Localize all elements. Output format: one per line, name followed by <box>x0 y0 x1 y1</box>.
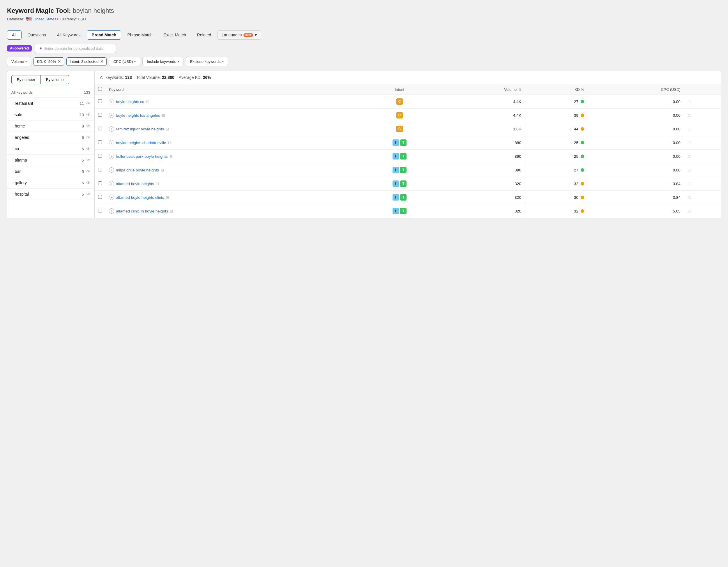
keyword-link[interactable]: hollenbeck park boyle heights <box>116 154 168 159</box>
external-link-icon[interactable]: ⊡ <box>688 168 691 172</box>
keyword-link[interactable]: boylan heights charlottesville <box>116 141 166 145</box>
tab-all[interactable]: All <box>7 30 22 40</box>
row-checkbox-cell[interactable] <box>95 163 105 177</box>
sidebar-item[interactable]: › angeles 6 👁 <box>7 132 94 143</box>
row-checkbox-cell[interactable] <box>95 109 105 122</box>
add-keyword-icon[interactable]: + <box>109 113 114 118</box>
keyword-link[interactable]: altamed clinic in boyle heights <box>116 209 168 213</box>
external-link-icon[interactable]: ⊡ <box>688 127 691 131</box>
intent-filter-chip[interactable]: Intent: 2 selected ✕ <box>66 57 107 66</box>
row-checkbox[interactable] <box>98 168 102 172</box>
eye-icon[interactable]: 👁 <box>86 135 90 140</box>
eye-icon[interactable]: 👁 <box>86 192 90 197</box>
tab-broad-match[interactable]: Broad Match <box>87 30 121 40</box>
intent-cell: IT <box>365 181 434 187</box>
add-keyword-icon[interactable]: + <box>109 99 114 104</box>
row-checkbox[interactable] <box>98 195 102 199</box>
add-keyword-icon[interactable]: + <box>109 209 114 214</box>
row-checkbox[interactable] <box>98 181 102 185</box>
row-checkbox-cell[interactable] <box>95 177 105 191</box>
add-keyword-icon[interactable]: + <box>109 167 114 173</box>
eye-icon[interactable]: 👁 <box>86 158 90 163</box>
cpc-cell: 5.65 <box>588 204 684 218</box>
keyword-link[interactable]: altamed boyle heights <box>116 182 154 186</box>
row-checkbox-cell[interactable] <box>95 150 105 163</box>
sidebar-toggle-volume[interactable]: By volume <box>41 75 69 84</box>
add-keyword-icon[interactable]: + <box>109 181 114 186</box>
keyword-link[interactable]: ramirez liquor boyle heights <box>116 127 164 131</box>
table-row: + ramirez liquor boyle heights ⊟ C 1.0K … <box>95 122 721 136</box>
external-link-icon[interactable]: ⊡ <box>688 209 691 213</box>
select-all-checkbox[interactable] <box>98 87 102 91</box>
add-keyword-icon[interactable]: + <box>109 140 114 145</box>
row-checkbox-cell[interactable] <box>95 122 105 136</box>
close-icon[interactable]: ✕ <box>100 59 103 64</box>
sidebar-item[interactable]: › bar 5 👁 <box>7 166 94 177</box>
add-keyword-icon[interactable]: + <box>109 154 114 159</box>
external-link-icon[interactable]: ⊡ <box>688 141 691 145</box>
tab-questions[interactable]: Questions <box>23 30 51 40</box>
tab-all-keywords[interactable]: All Keywords <box>52 30 86 40</box>
eye-icon[interactable]: 👁 <box>86 169 90 174</box>
sidebar-item-label: › altama <box>11 158 27 163</box>
row-checkbox-cell[interactable] <box>95 204 105 218</box>
tab-phrase-match[interactable]: Phrase Match <box>122 30 157 40</box>
eye-icon[interactable]: 👁 <box>86 112 90 117</box>
external-link-icon[interactable]: ⊡ <box>688 113 691 118</box>
eye-icon[interactable]: 👁 <box>86 124 90 128</box>
external-link-icon[interactable]: ⊡ <box>688 182 691 186</box>
add-keyword-icon[interactable]: + <box>109 126 114 132</box>
sidebar-item[interactable]: › home 8 👁 <box>7 121 94 132</box>
table-row: + hollenbeck park boyle heights ⊟ IT 390… <box>95 150 721 163</box>
row-checkbox[interactable] <box>98 127 102 130</box>
tab-related[interactable]: Related <box>192 30 216 40</box>
eye-icon[interactable]: 👁 <box>86 146 90 151</box>
row-checkbox[interactable] <box>98 99 102 103</box>
eye-icon[interactable]: 👁 <box>86 101 90 106</box>
ai-domain-input[interactable]: ✦ Enter domain for personalized data <box>35 44 116 53</box>
row-checkbox[interactable] <box>98 113 102 117</box>
sidebar-item[interactable]: › ca 6 👁 <box>7 143 94 155</box>
sidebar-item-count: 8 👁 <box>82 124 90 128</box>
kd-cell: 32 <box>525 177 588 191</box>
intent-badge-t: T <box>400 181 407 187</box>
sidebar-item[interactable]: › sale 10 👁 <box>7 109 94 121</box>
sidebar-toggle-number[interactable]: By number <box>11 75 41 84</box>
close-icon[interactable]: ✕ <box>58 59 61 64</box>
sidebar-item[interactable]: › hospital 5 👁 <box>7 189 94 200</box>
tab-exact-match[interactable]: Exact Match <box>159 30 191 40</box>
kd-dot-icon <box>581 100 584 103</box>
row-checkbox-cell[interactable] <box>95 95 105 109</box>
volume-filter[interactable]: Volume ▾ <box>7 57 31 66</box>
eye-icon[interactable]: 👁 <box>86 181 90 185</box>
add-keyword-icon[interactable]: + <box>109 195 114 200</box>
external-link-icon[interactable]: ⊡ <box>688 195 691 200</box>
row-checkbox[interactable] <box>98 154 102 158</box>
keyword-link[interactable]: altamed boyle heights clinic <box>116 195 164 200</box>
include-keywords-filter[interactable]: Include keywords ▾ <box>142 57 183 66</box>
languages-button[interactable]: Languages beta ▾ <box>217 30 261 40</box>
external-link-icon[interactable]: ⊡ <box>688 100 691 104</box>
exclude-keywords-filter[interactable]: Exclude keywords ▾ <box>186 57 228 66</box>
keyword-link[interactable]: milpa grille boyle heights <box>116 168 159 172</box>
ai-powered-badge: AI-powered <box>7 45 32 52</box>
row-checkbox[interactable] <box>98 209 102 213</box>
row-checkbox[interactable] <box>98 140 102 144</box>
intent-badge-c: C <box>396 98 403 105</box>
sidebar-item[interactable]: › altama 5 👁 <box>7 155 94 166</box>
volume-cell: 320 <box>437 191 525 204</box>
sidebar-item[interactable]: › gallery 5 👁 <box>7 177 94 189</box>
sidebar-item[interactable]: › restaurant 11 👁 <box>7 98 94 109</box>
keyword-link[interactable]: boyle heights los angeles <box>116 113 160 118</box>
kd-filter-chip[interactable]: KD: 0–50% ✕ <box>33 57 64 66</box>
kd-cell: 32 <box>525 204 588 218</box>
external-link-icon[interactable]: ⊡ <box>688 154 691 159</box>
sidebar-item-count: 11 👁 <box>80 101 90 106</box>
kd-cell: 27 <box>525 95 588 109</box>
keyword-link[interactable]: boyle heights ca <box>116 100 144 104</box>
cpc-filter[interactable]: CPC (USD) ▾ <box>109 57 140 66</box>
row-checkbox-cell[interactable] <box>95 191 105 204</box>
keyword-cell: + milpa grille boyle heights ⊟ <box>105 163 362 177</box>
row-checkbox-cell[interactable] <box>95 136 105 150</box>
database-link[interactable]: United States ▾ <box>33 17 59 21</box>
